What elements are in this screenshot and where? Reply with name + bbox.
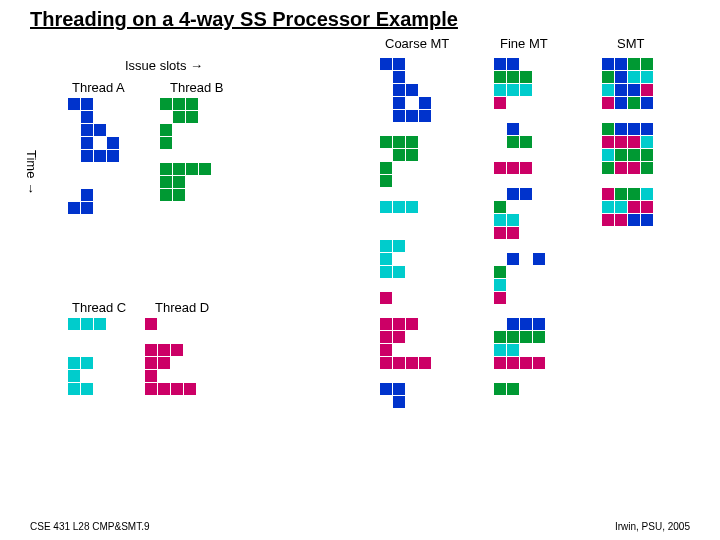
- cell: [199, 137, 211, 149]
- cell: [628, 331, 640, 343]
- cell: [615, 201, 627, 213]
- cell: [380, 266, 392, 278]
- cell: [533, 279, 545, 291]
- cell: [380, 84, 392, 96]
- cell: [494, 71, 506, 83]
- cell: [520, 305, 532, 317]
- cell: [158, 357, 170, 369]
- thread-a-grid: [68, 98, 119, 214]
- cell: [419, 149, 431, 161]
- cell: [494, 279, 506, 291]
- cell: [628, 97, 640, 109]
- cell: [393, 292, 405, 304]
- cell: [380, 305, 392, 317]
- cell: [602, 188, 614, 200]
- cell: [380, 175, 392, 187]
- cell: [641, 97, 653, 109]
- cell: [641, 396, 653, 408]
- cell: [380, 370, 392, 382]
- cell: [602, 370, 614, 382]
- cell: [533, 240, 545, 252]
- cell: [533, 227, 545, 239]
- cell: [520, 188, 532, 200]
- cell: [107, 163, 119, 175]
- cell: [628, 84, 640, 96]
- cell: [68, 137, 80, 149]
- cell: [186, 202, 198, 214]
- cell: [615, 240, 627, 252]
- cell: [615, 344, 627, 356]
- cell: [158, 383, 170, 395]
- cell: [602, 292, 614, 304]
- smt-grid: [602, 58, 653, 408]
- cell: [615, 396, 627, 408]
- cell: [494, 344, 506, 356]
- cell: [533, 344, 545, 356]
- cell: [641, 305, 653, 317]
- cell: [406, 344, 418, 356]
- cell: [628, 305, 640, 317]
- cell: [406, 227, 418, 239]
- cell: [406, 110, 418, 122]
- cell: [393, 370, 405, 382]
- cell: [406, 292, 418, 304]
- cell: [628, 214, 640, 226]
- thread-d-label: Thread D: [155, 300, 209, 315]
- cell: [94, 137, 106, 149]
- cell: [602, 240, 614, 252]
- cell: [171, 344, 183, 356]
- thread-c-grid: [68, 318, 119, 395]
- cell: [199, 176, 211, 188]
- cell: [419, 344, 431, 356]
- cell: [628, 240, 640, 252]
- cell: [406, 279, 418, 291]
- cell: [199, 150, 211, 162]
- cell: [419, 318, 431, 330]
- cell: [393, 84, 405, 96]
- cell: [393, 240, 405, 252]
- cell: [507, 149, 519, 161]
- cell: [507, 188, 519, 200]
- coarse-mt-grid: [380, 58, 431, 408]
- cell: [380, 188, 392, 200]
- cell: [641, 149, 653, 161]
- cell: [602, 331, 614, 343]
- cell: [171, 370, 183, 382]
- cell: [393, 97, 405, 109]
- cell: [380, 292, 392, 304]
- cell: [641, 188, 653, 200]
- cell: [533, 253, 545, 265]
- cell: [602, 383, 614, 395]
- cell: [406, 149, 418, 161]
- cell: [184, 357, 196, 369]
- cell: [107, 318, 119, 330]
- cell: [602, 227, 614, 239]
- cell: [380, 227, 392, 239]
- cell: [533, 201, 545, 213]
- cell: [107, 357, 119, 369]
- cell: [393, 318, 405, 330]
- cell: [419, 84, 431, 96]
- cell: [406, 201, 418, 213]
- cell: [94, 98, 106, 110]
- cell: [615, 214, 627, 226]
- cell: [419, 214, 431, 226]
- cell: [602, 201, 614, 213]
- cell: [107, 98, 119, 110]
- cell: [406, 214, 418, 226]
- cell: [533, 136, 545, 148]
- cell: [186, 98, 198, 110]
- cell: [393, 279, 405, 291]
- cell: [81, 163, 93, 175]
- cell: [615, 58, 627, 70]
- cell: [641, 318, 653, 330]
- cell: [380, 71, 392, 83]
- cell: [520, 344, 532, 356]
- cell: [393, 149, 405, 161]
- cell: [628, 344, 640, 356]
- cell: [186, 124, 198, 136]
- cell: [520, 175, 532, 187]
- cell: [419, 58, 431, 70]
- cell: [520, 84, 532, 96]
- cell: [615, 292, 627, 304]
